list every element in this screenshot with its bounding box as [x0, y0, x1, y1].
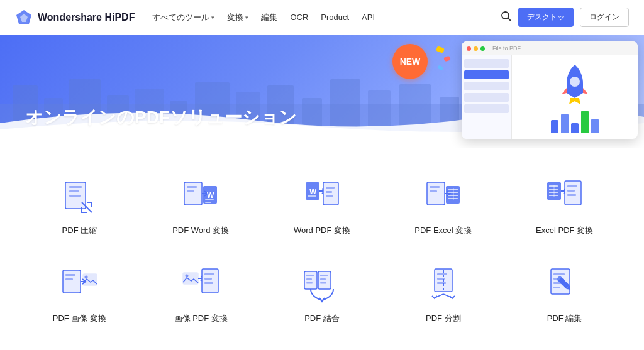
sidebar-item-1: [464, 59, 509, 68]
svg-rect-27: [187, 186, 197, 188]
svg-rect-76: [304, 271, 317, 289]
tool-label-pdf-excel: PDF Excel 変換: [414, 225, 472, 236]
svg-rect-79: [306, 282, 313, 284]
tool-word-pdf[interactable]: W Word PDF 変換: [268, 167, 377, 243]
tools-grid-row1: PDF 圧縮 W PDF Word 変換: [25, 167, 619, 243]
svg-rect-73: [204, 273, 214, 275]
logo[interactable]: Wondershare HiPDF: [15, 9, 135, 26]
svg-text:W: W: [309, 187, 317, 196]
svg-rect-77: [306, 275, 314, 276]
tool-label-pdf-word: PDF Word 変換: [172, 225, 229, 236]
excel-pdf-icon: [545, 177, 585, 217]
svg-rect-74: [204, 278, 212, 280]
svg-rect-40: [326, 191, 332, 193]
svg-rect-47: [448, 189, 458, 190]
nav-api[interactable]: API: [362, 13, 375, 22]
svg-rect-28: [187, 190, 194, 192]
tool-label-merge: PDF 結合: [304, 313, 340, 324]
app-screenshot: File to PDF: [462, 41, 638, 139]
hero-section: オンラインのPDFソリューション NEW: [0, 35, 644, 148]
nav-product[interactable]: Product: [321, 13, 349, 22]
sidebar-item-4: [464, 93, 509, 102]
tool-label-word-pdf: Word PDF 変換: [294, 225, 350, 236]
search-icon[interactable]: [501, 11, 512, 25]
svg-rect-69: [183, 273, 198, 284]
svg-rect-54: [549, 189, 558, 190]
svg-line-4: [508, 18, 511, 21]
split-icon: [423, 265, 464, 305]
svg-rect-72: [202, 269, 218, 293]
svg-point-68: [85, 276, 88, 279]
tool-split[interactable]: PDF 分割: [389, 255, 497, 331]
svg-rect-33: [205, 202, 211, 203]
svg-rect-83: [320, 282, 326, 284]
svg-rect-23: [69, 190, 79, 192]
word-pdf-icon: W: [302, 177, 342, 217]
tools-section-row1: PDF 圧縮 W PDF Word 変換: [0, 148, 644, 249]
svg-rect-80: [318, 271, 331, 289]
tool-label-split: PDF 分割: [426, 313, 461, 324]
tool-label-excel-pdf: Excel PDF 変換: [536, 225, 593, 236]
screenshot-main: [512, 55, 638, 139]
main-nav: すべてのツール ▾ 変換 ▾ 編集 OCR Product API: [152, 12, 501, 23]
svg-rect-59: [565, 181, 581, 205]
image-pdf-icon: [180, 265, 221, 305]
svg-rect-75: [204, 282, 213, 284]
header-right: デスクトッ ログイン: [501, 8, 629, 27]
nav-arrow-icon: ▾: [211, 14, 214, 21]
svg-rect-24: [69, 195, 80, 197]
sidebar-item-2: [464, 70, 509, 79]
nav-ocr[interactable]: OCR: [290, 13, 308, 22]
svg-rect-63: [63, 270, 80, 293]
svg-text:W: W: [207, 191, 214, 200]
window-max-dot: [480, 46, 485, 51]
pdf-excel-icon: [423, 177, 464, 217]
header: Wondershare HiPDF すべてのツール ▾ 変換 ▾ 編集 OCR …: [0, 0, 644, 35]
hero-title: オンラインのPDFソリューション: [25, 106, 297, 129]
svg-rect-53: [549, 185, 558, 187]
window-min-dot: [474, 46, 478, 51]
screenshot-titlebar: File to PDF: [462, 41, 638, 55]
svg-rect-39: [326, 187, 335, 189]
new-badge: NEW: [392, 44, 428, 79]
svg-rect-56: [549, 195, 558, 196]
svg-rect-55: [549, 192, 558, 193]
nav-edit[interactable]: 編集: [261, 12, 277, 23]
tool-label-image-pdf: 画像 PDF 変換: [174, 313, 228, 324]
svg-rect-44: [430, 190, 437, 192]
tool-pdf-word[interactable]: W PDF Word 変換: [147, 167, 255, 243]
pdf-image-icon: [59, 265, 99, 305]
rocket-icon: [559, 62, 591, 106]
desktop-button[interactable]: デスクトッ: [518, 8, 574, 27]
tool-compress[interactable]: PDF 圧縮: [25, 167, 134, 243]
svg-rect-32: [205, 199, 214, 200]
svg-rect-62: [567, 194, 576, 196]
svg-rect-61: [567, 190, 575, 192]
pdf-word-icon: W: [180, 177, 221, 217]
svg-rect-49: [448, 195, 458, 196]
svg-rect-92: [553, 273, 565, 275]
tool-merge[interactable]: PDF 結合: [268, 255, 377, 331]
svg-rect-81: [320, 275, 328, 276]
tool-edit[interactable]: PDF 編集: [510, 255, 619, 331]
sidebar-item-5: [464, 104, 509, 113]
svg-rect-26: [184, 182, 202, 205]
nav-all-tools[interactable]: すべてのツール ▾: [152, 12, 214, 23]
svg-rect-82: [320, 278, 326, 280]
tool-pdf-excel[interactable]: PDF Excel 変換: [389, 167, 497, 243]
svg-rect-85: [437, 273, 447, 275]
edit-icon: [545, 265, 585, 305]
nav-convert[interactable]: 変換 ▾: [227, 12, 248, 23]
login-button[interactable]: ログイン: [580, 8, 629, 27]
tool-image-pdf[interactable]: 画像 PDF 変換: [147, 255, 255, 331]
logo-icon: [15, 9, 33, 26]
svg-rect-95: [553, 287, 560, 288]
svg-rect-78: [306, 278, 312, 280]
tool-label-compress: PDF 圧縮: [62, 225, 97, 236]
svg-rect-43: [430, 186, 440, 188]
tool-pdf-image[interactable]: PDF 画像 変換: [25, 255, 134, 331]
hero-right: NEW File to PDF: [392, 41, 638, 139]
tool-excel-pdf[interactable]: Excel PDF 変換: [510, 167, 619, 243]
tools-grid-row2: PDF 画像 変換 画像 PDF 変換: [25, 255, 619, 331]
svg-rect-50: [448, 198, 458, 199]
